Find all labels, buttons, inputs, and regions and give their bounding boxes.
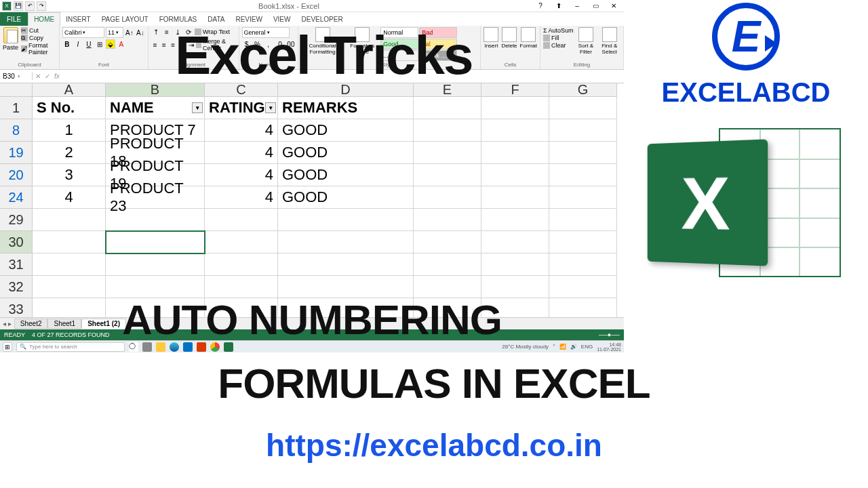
italic-button[interactable]: I xyxy=(73,39,83,49)
find-select-button[interactable]: Find & Select xyxy=(598,27,620,55)
col-header-f[interactable]: F xyxy=(481,83,549,97)
help-button[interactable]: ? xyxy=(532,1,549,12)
tab-formulas[interactable]: FORMULAS xyxy=(154,12,203,26)
row-header[interactable]: 1 xyxy=(0,97,33,119)
cell[interactable]: GOOD xyxy=(278,164,414,186)
weather-widget[interactable]: 28°C Mostly cloudy xyxy=(502,344,549,350)
cell[interactable] xyxy=(33,209,106,231)
tab-developer[interactable]: DEVELOPER xyxy=(296,12,348,26)
cell[interactable] xyxy=(205,231,278,253)
ribbon-collapse-button[interactable]: ⬆ xyxy=(550,1,568,12)
cell[interactable] xyxy=(414,209,481,231)
minimize-button[interactable]: – xyxy=(568,1,586,12)
tab-insert[interactable]: INSERT xyxy=(60,12,96,26)
align-middle-button[interactable]: ≡ xyxy=(162,27,172,37)
wifi-icon[interactable]: 📶 xyxy=(559,344,566,350)
cell[interactable]: 4 xyxy=(205,142,278,164)
cell[interactable] xyxy=(549,253,617,276)
cell[interactable] xyxy=(549,186,617,209)
format-painter-button[interactable]: 🖌Format Painter xyxy=(21,42,56,56)
cell[interactable]: 4 xyxy=(33,186,106,209)
autosum-button[interactable]: ΣAutoSum xyxy=(543,27,574,34)
cell[interactable] xyxy=(106,209,205,231)
cell[interactable]: S No. xyxy=(33,97,106,119)
tab-file[interactable]: FILE xyxy=(0,12,28,26)
cell[interactable]: 4 xyxy=(205,164,278,186)
volume-icon[interactable]: 🔊 xyxy=(570,344,577,350)
cell[interactable] xyxy=(278,231,414,253)
border-button[interactable]: ⊞ xyxy=(95,39,104,49)
cell[interactable] xyxy=(205,253,278,276)
worksheet-grid[interactable]: A B C D E F G 1 S No. NAME▾ RATING▾ REMA… xyxy=(0,83,624,321)
cell[interactable] xyxy=(481,209,549,231)
cell[interactable]: RATING▾ xyxy=(205,97,278,119)
align-top-button[interactable]: ⤒ xyxy=(151,27,161,37)
select-all-corner[interactable] xyxy=(0,83,33,97)
cell[interactable] xyxy=(549,142,617,164)
cell[interactable] xyxy=(414,253,481,276)
excel-icon[interactable]: X xyxy=(2,1,12,11)
insert-cells-button[interactable]: Insert xyxy=(484,27,498,49)
cell[interactable] xyxy=(414,186,481,209)
paste-button[interactable]: Paste xyxy=(3,27,18,51)
clear-button[interactable]: Clear xyxy=(543,42,574,49)
sort-filter-button[interactable]: Sort & Filter xyxy=(576,27,596,55)
cell[interactable] xyxy=(414,97,481,119)
cell[interactable]: NAME▾ xyxy=(106,97,205,119)
cell[interactable]: PRODUCT 23 xyxy=(106,186,205,209)
close-button[interactable]: ✕ xyxy=(605,1,623,12)
row-header[interactable]: 24 xyxy=(0,186,33,209)
row-header[interactable]: 30 xyxy=(0,231,33,253)
fx-button[interactable]: fx xyxy=(54,73,60,80)
filter-dropdown-icon[interactable]: ▾ xyxy=(265,102,276,113)
cell[interactable] xyxy=(414,142,481,164)
cut-button[interactable]: ✂Cut xyxy=(21,27,56,34)
qa-undo-icon[interactable]: ↶ xyxy=(25,1,35,11)
qa-redo-icon[interactable]: ↷ xyxy=(37,1,46,11)
cell[interactable] xyxy=(278,253,414,276)
row-header[interactable]: 8 xyxy=(0,119,33,142)
cell[interactable] xyxy=(278,209,414,231)
fill-button[interactable]: Fill xyxy=(543,35,574,41)
cell[interactable] xyxy=(481,231,549,253)
font-size-select[interactable]: 11▾ xyxy=(106,27,123,38)
format-cells-button[interactable]: Format xyxy=(520,27,537,49)
tab-review[interactable]: REVIEW xyxy=(230,12,267,26)
cell[interactable] xyxy=(549,97,617,119)
tab-data[interactable]: DATA xyxy=(202,12,230,26)
cell[interactable] xyxy=(481,97,549,119)
copy-button[interactable]: ⧉Copy xyxy=(21,35,56,41)
lang-indicator[interactable]: ENG xyxy=(581,344,593,350)
cancel-fx-button[interactable]: ✕ xyxy=(35,73,41,80)
cell[interactable] xyxy=(549,209,617,231)
enter-fx-button[interactable]: ✓ xyxy=(45,73,50,80)
cell[interactable] xyxy=(414,119,481,142)
cell[interactable] xyxy=(549,119,617,142)
align-left-button[interactable]: ≡ xyxy=(151,40,159,49)
tab-page-layout[interactable]: PAGE LAYOUT xyxy=(96,12,154,26)
cell[interactable] xyxy=(481,253,549,276)
cell[interactable] xyxy=(106,253,205,276)
cell[interactable]: GOOD xyxy=(278,186,414,209)
active-cell[interactable] xyxy=(106,231,205,253)
name-box[interactable]: B30▾ xyxy=(0,73,33,80)
cell[interactable] xyxy=(481,186,549,209)
cell[interactable] xyxy=(414,231,481,253)
cell[interactable]: GOOD xyxy=(278,119,414,142)
row-header[interactable]: 31 xyxy=(0,253,33,276)
tray-chevron-icon[interactable]: ˄ xyxy=(553,344,555,350)
fill-color-button[interactable]: ⬙ xyxy=(106,39,115,49)
bold-button[interactable]: B xyxy=(62,39,72,49)
cell[interactable] xyxy=(414,164,481,186)
col-header-a[interactable]: A xyxy=(33,83,106,97)
tab-view[interactable]: VIEW xyxy=(268,12,296,26)
align-center-button[interactable]: ≡ xyxy=(160,40,167,49)
cell[interactable]: 3 xyxy=(33,164,106,186)
delete-cells-button[interactable]: Delete xyxy=(501,27,517,49)
underline-button[interactable]: U xyxy=(84,39,94,49)
cell[interactable] xyxy=(481,119,549,142)
font-name-select[interactable]: Calibri▾ xyxy=(62,27,104,38)
cell[interactable] xyxy=(549,231,617,253)
cell[interactable] xyxy=(549,164,617,186)
cell[interactable]: 4 xyxy=(205,119,278,142)
